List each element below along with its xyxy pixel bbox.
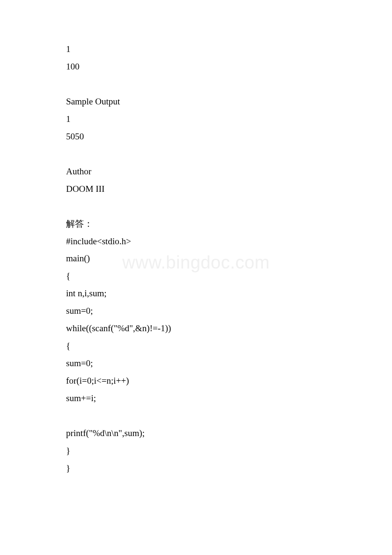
text-line: DOOM III [66,180,326,198]
code-line: sum=0; [66,355,326,372]
code-line: sum+=i; [66,390,326,407]
text-line: 1 [66,40,326,58]
code-line: } [66,460,326,477]
code-line: while((scanf("%d",&n)!=-1)) [66,320,326,337]
text-line: 1 [66,110,326,128]
code-line: printf("%d\n\n",sum); [66,425,326,442]
section-heading-solution: 解答： [66,215,326,233]
code-line: for(i=0;i<=n;i++) [66,372,326,390]
code-line: } [66,442,326,460]
blank-line [66,75,326,93]
section-heading-author: Author [66,163,326,180]
code-line: #include<stdio.h> [66,233,326,250]
code-line: int n,i,sum; [66,285,326,302]
text-line: 100 [66,58,326,75]
code-line: sum=0; [66,302,326,320]
code-line: { [66,337,326,355]
blank-line [66,145,326,163]
code-line: { [66,267,326,285]
text-line: 5050 [66,128,326,145]
blank-line [66,198,326,215]
document-body: 1 100 Sample Output 1 5050 Author DOOM I… [66,40,326,477]
code-line: main() [66,250,326,267]
section-heading-sample-output: Sample Output [66,93,326,110]
blank-line [66,407,326,425]
